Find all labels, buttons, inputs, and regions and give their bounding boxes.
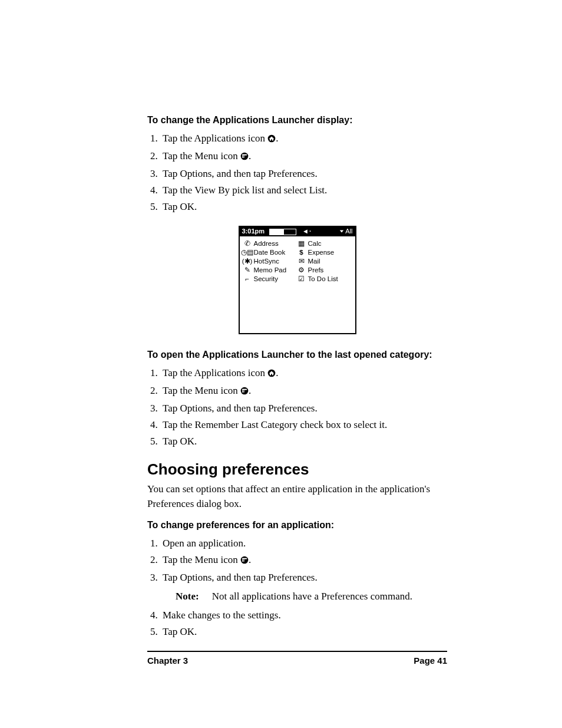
document-page: To change the Applications Launcher disp… bbox=[0, 0, 562, 728]
step: Tap the Remember Last Category check box… bbox=[160, 417, 447, 433]
step: Tap the Applications icon . bbox=[160, 130, 447, 148]
memo-icon: ✎ bbox=[243, 266, 252, 274]
footer-page: Page 41 bbox=[414, 655, 447, 666]
section-title-choosing-preferences: Choosing preferences bbox=[147, 460, 447, 479]
note: Note:Not all applications have a Prefere… bbox=[176, 588, 447, 605]
palm-device-screen: 3:01pm ◄· All ✆Address ◷▤Date Book (✱)Ho… bbox=[239, 226, 356, 334]
device-time: 3:01pm bbox=[240, 228, 267, 236]
todo-icon: ☑ bbox=[297, 275, 306, 282]
app-item-hotsync[interactable]: (✱)HotSync bbox=[243, 256, 297, 265]
calc-icon: ▦ bbox=[297, 240, 306, 247]
note-text: Not all applications have a Preferences … bbox=[212, 591, 412, 602]
category-selector[interactable]: All bbox=[337, 228, 355, 236]
key-icon: ⌐ bbox=[243, 275, 252, 282]
note-label: Note: bbox=[176, 591, 199, 602]
app-item-memopad[interactable]: ✎Memo Pad bbox=[243, 265, 297, 274]
menu-icon bbox=[240, 149, 249, 166]
app-item-mail[interactable]: ✉Mail bbox=[297, 256, 352, 265]
section-intro: You can set options that affect an entir… bbox=[147, 482, 447, 511]
subhead-last-category: To open the Applications Launcher to the… bbox=[147, 350, 447, 360]
prefs-icon: ⚙ bbox=[297, 266, 306, 274]
app-item-security[interactable]: ⌐Security bbox=[243, 274, 297, 283]
mail-icon: ✉ bbox=[297, 258, 306, 265]
applications-icon bbox=[267, 366, 276, 383]
phone-icon: ✆ bbox=[243, 240, 252, 247]
steps-change-app-prefs: Open an application. Tap the Menu icon .… bbox=[147, 535, 447, 640]
volume-icon: ◄· bbox=[299, 228, 337, 236]
step: Make changes to the settings. bbox=[160, 607, 447, 624]
app-column-right: ▦Calc $Expense ✉Mail ⚙Prefs ☑To Do List bbox=[297, 239, 352, 331]
hotsync-icon: (✱) bbox=[243, 258, 252, 265]
step: Tap OK. bbox=[160, 199, 447, 215]
step: Tap OK. bbox=[160, 433, 447, 450]
page-footer: Chapter 3 Page 41 bbox=[147, 651, 447, 666]
steps-last-category: Tap the Applications icon . Tap the Menu… bbox=[147, 365, 447, 450]
applications-icon bbox=[267, 131, 276, 148]
menu-icon bbox=[240, 384, 249, 400]
datebook-icon: ◷▤ bbox=[243, 249, 252, 256]
step: Tap the Menu icon . bbox=[160, 383, 447, 400]
app-item-calc[interactable]: ▦Calc bbox=[297, 239, 352, 248]
step: Tap Options, and then tap Preferences. bbox=[160, 400, 447, 417]
device-screenshot: 3:01pm ◄· All ✆Address ◷▤Date Book (✱)Ho… bbox=[147, 226, 447, 334]
battery-icon bbox=[269, 229, 296, 235]
subhead-change-launcher: To change the Applications Launcher disp… bbox=[147, 115, 447, 126]
step: Tap the Applications icon . bbox=[160, 365, 447, 383]
app-item-prefs[interactable]: ⚙Prefs bbox=[297, 265, 352, 274]
menu-icon bbox=[240, 553, 249, 569]
step: Tap OK. bbox=[160, 624, 447, 640]
step: Tap the Menu icon . bbox=[160, 148, 447, 166]
footer-chapter: Chapter 3 bbox=[147, 655, 188, 666]
expense-icon: $ bbox=[297, 249, 306, 256]
step: Tap Options, and then tap Preferences. bbox=[160, 166, 447, 182]
app-item-todolist[interactable]: ☑To Do List bbox=[297, 274, 352, 283]
step: Tap Options, and then tap Preferences. N… bbox=[160, 569, 447, 605]
device-titlebar: 3:01pm ◄· All bbox=[240, 227, 355, 236]
step: Open an application. bbox=[160, 535, 447, 552]
device-app-list: ✆Address ◷▤Date Book (✱)HotSync ✎Memo Pa… bbox=[240, 236, 355, 333]
app-item-datebook[interactable]: ◷▤Date Book bbox=[243, 248, 297, 256]
steps-change-launcher: Tap the Applications icon . Tap the Menu… bbox=[147, 130, 447, 215]
step: Tap the View By pick list and select Lis… bbox=[160, 182, 447, 199]
subhead-change-app-prefs: To change preferences for an application… bbox=[147, 520, 447, 531]
app-item-expense[interactable]: $Expense bbox=[297, 248, 352, 256]
step: Tap the Menu icon . bbox=[160, 552, 447, 569]
app-column-left: ✆Address ◷▤Date Book (✱)HotSync ✎Memo Pa… bbox=[243, 239, 297, 331]
app-item-address[interactable]: ✆Address bbox=[243, 239, 297, 248]
